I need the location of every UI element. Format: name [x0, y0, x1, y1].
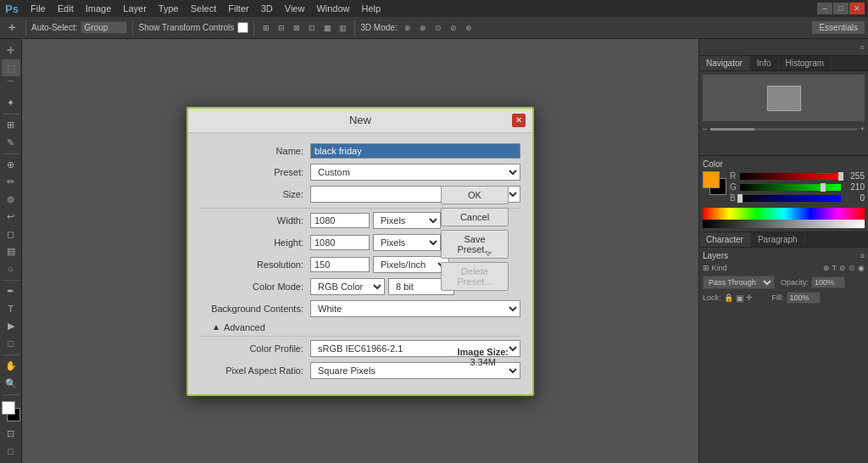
menu-3d[interactable]: 3D — [256, 2, 278, 15]
fg-color-swatch[interactable] — [703, 171, 720, 188]
move-tool[interactable]: ✛ — [2, 42, 20, 59]
shape-tool[interactable]: □ — [2, 335, 20, 351]
menu-type[interactable]: Type — [153, 2, 184, 15]
align-btn-3[interactable]: ⊠ — [290, 21, 303, 35]
navigator-panel: – + — [699, 71, 868, 156]
path-selection-tool[interactable]: ▶ — [2, 318, 20, 334]
position-lock-icon[interactable]: ✛ — [746, 293, 753, 302]
brush-tool[interactable]: ✏ — [2, 174, 20, 190]
zoom-tool[interactable]: 🔍 — [2, 375, 20, 391]
name-input[interactable] — [310, 143, 520, 159]
menu-file[interactable]: File — [25, 2, 51, 15]
3d-btn-1[interactable]: ⊕ — [401, 21, 415, 35]
b-slider-thumb — [737, 194, 743, 203]
spot-healing-tool[interactable]: ⊕ — [2, 157, 20, 173]
crop-tool[interactable]: ⊞ — [2, 117, 20, 133]
3d-btn-4[interactable]: ⊘ — [447, 21, 460, 35]
menu-image[interactable]: Image — [81, 2, 117, 15]
zoom-slider[interactable] — [710, 128, 857, 131]
width-input[interactable] — [310, 213, 370, 228]
height-input[interactable] — [310, 235, 370, 250]
width-unit-select[interactable]: Pixels Inches Centimeters — [373, 212, 441, 229]
menu-help[interactable]: Help — [357, 2, 387, 15]
maximize-button[interactable]: □ — [833, 3, 849, 14]
tab-info[interactable]: Info — [750, 56, 779, 70]
align-btn-1[interactable]: ⊞ — [259, 21, 273, 35]
save-preset-button[interactable]: Save Preset... — [441, 230, 509, 259]
fill-input[interactable] — [787, 292, 821, 304]
layers-filter-row: ⊞ Kind ⊕ T ⊘ ⊙ ◉ — [703, 264, 865, 272]
blending-select[interactable]: Pass Through Normal Multiply — [703, 276, 775, 289]
right-panel-menu[interactable]: ≡ — [860, 43, 865, 52]
magic-wand-tool[interactable]: ✦ — [2, 94, 20, 110]
color-swatches — [0, 399, 22, 423]
zoom-minus-icon[interactable]: – — [703, 125, 707, 133]
zoom-plus-icon[interactable]: + — [860, 125, 865, 133]
resolution-input[interactable] — [310, 257, 370, 272]
align-btn-6[interactable]: ▥ — [336, 21, 349, 35]
auto-select-input[interactable] — [81, 21, 127, 34]
canvas-area: New ✕ OK Cancel Save Preset... Delete Pr… — [22, 39, 698, 463]
grayscale-spectrum[interactable] — [703, 220, 865, 228]
selection-tool[interactable]: ⬚ — [2, 59, 20, 75]
filter-icon-2[interactable]: T — [832, 264, 837, 272]
screen-mode-tool[interactable]: □ — [2, 443, 20, 459]
align-btn-4[interactable]: ⊡ — [305, 21, 319, 35]
hand-tool[interactable]: ✋ — [2, 358, 20, 374]
text-tool[interactable]: T — [2, 300, 20, 316]
history-brush-tool[interactable]: ↩ — [2, 209, 20, 225]
opacity-input[interactable] — [811, 276, 845, 288]
align-btn-2[interactable]: ⊟ — [275, 21, 288, 35]
lock-icon[interactable]: 🔒 — [724, 293, 733, 302]
quick-mask-tool[interactable]: ⊡ — [2, 426, 20, 442]
filter-icon-1[interactable]: ⊕ — [823, 264, 830, 272]
cancel-button[interactable]: Cancel — [441, 208, 509, 226]
eyedropper-tool[interactable]: ✎ — [2, 134, 20, 150]
ok-button[interactable]: OK — [441, 186, 509, 204]
color-mode-select[interactable]: RGB Color CMYK Color Grayscale Lab Color… — [310, 278, 385, 295]
bg-contents-select[interactable]: White Background Color Transparent — [310, 300, 520, 317]
dialog-close-button[interactable]: ✕ — [512, 114, 526, 127]
tab-character[interactable]: Character — [699, 232, 751, 247]
lasso-tool[interactable]: ⌒ — [2, 77, 20, 93]
b-bar[interactable] — [740, 195, 841, 202]
close-button[interactable]: ✕ — [849, 3, 865, 14]
advanced-toggle[interactable]: ▲ Advanced — [212, 322, 520, 332]
delete-preset-button[interactable]: Delete Preset... — [441, 262, 509, 291]
3d-btn-2[interactable]: ⊗ — [416, 21, 430, 35]
essentials-button[interactable]: Essentials — [812, 21, 865, 34]
name-label: Name: — [200, 146, 310, 156]
transform-controls: ⊞ ⊟ ⊠ ⊡ ▦ ▥ — [259, 21, 349, 35]
color-spectrum[interactable] — [703, 208, 865, 220]
menu-select[interactable]: Select — [186, 2, 222, 15]
menu-window[interactable]: Window — [311, 2, 354, 15]
menu-edit[interactable]: Edit — [53, 2, 79, 15]
gradient-tool[interactable]: ▤ — [2, 243, 20, 259]
filter-icon-3[interactable]: ⊘ — [839, 264, 846, 272]
menu-view[interactable]: View — [280, 2, 310, 15]
align-btn-5[interactable]: ▦ — [320, 21, 334, 35]
tab-histogram[interactable]: Histogram — [779, 56, 832, 70]
tab-paragraph[interactable]: Paragraph — [751, 232, 805, 247]
3d-btn-3[interactable]: ⊙ — [431, 21, 445, 35]
pen-tool[interactable]: ✒ — [2, 283, 20, 299]
height-unit-select[interactable]: Pixels Inches Centimeters — [373, 234, 441, 251]
filter-icon-4[interactable]: ⊙ — [849, 264, 855, 272]
r-bar[interactable] — [740, 173, 841, 180]
dodge-tool[interactable]: ○ — [2, 261, 20, 277]
layers-menu-icon[interactable]: ≡ — [860, 252, 865, 260]
resolution-unit-select[interactable]: Pixels/Inch Pixels/Centimeter — [373, 256, 449, 273]
transparency-lock-icon[interactable]: ▣ — [736, 293, 743, 303]
tab-navigator[interactable]: Navigator — [699, 56, 750, 70]
3d-btn-5[interactable]: ⊛ — [462, 21, 476, 35]
filter-icon-5[interactable]: ◉ — [858, 264, 865, 272]
minimize-button[interactable]: – — [817, 3, 832, 14]
eraser-tool[interactable]: ◻ — [2, 226, 20, 243]
show-transform-checkbox[interactable] — [237, 22, 248, 33]
clone-stamp-tool[interactable]: ⊚ — [2, 192, 20, 208]
menu-layer[interactable]: Layer — [118, 2, 152, 15]
g-bar[interactable] — [740, 184, 841, 191]
foreground-color-swatch[interactable] — [2, 401, 15, 415]
preset-select[interactable]: Custom Default Photoshop Size U.S. Paper… — [310, 164, 520, 181]
menu-filter[interactable]: Filter — [223, 2, 253, 15]
